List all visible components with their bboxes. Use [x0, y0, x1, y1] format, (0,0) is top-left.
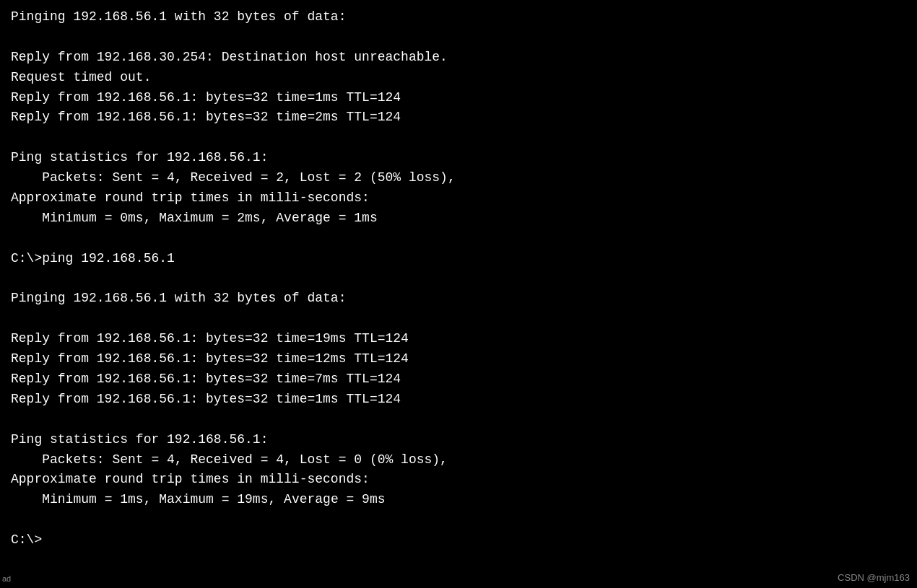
small-mark: ad: [2, 573, 11, 585]
terminal-window: Pinging 192.168.56.1 with 32 bytes of da…: [0, 0, 917, 588]
watermark: CSDN @mjm163: [838, 571, 910, 585]
terminal-output: Pinging 192.168.56.1 with 32 bytes of da…: [11, 7, 906, 550]
